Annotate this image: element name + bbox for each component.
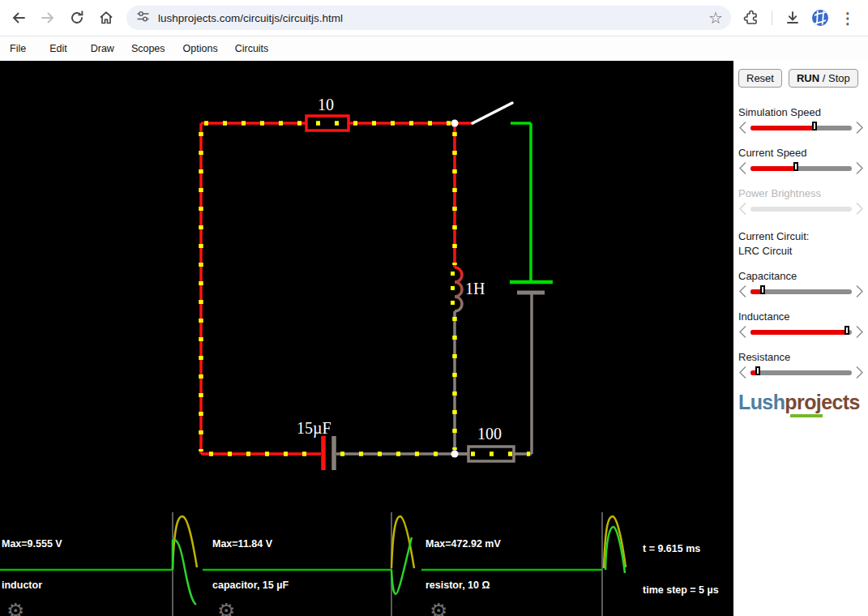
inductance-label: Inductance [738, 310, 864, 323]
back-icon[interactable] [6, 6, 31, 30]
slider-thumb[interactable] [793, 162, 798, 171]
slider-track[interactable] [750, 370, 852, 375]
scope1-settings-gear-icon[interactable]: ⚙ [6, 601, 24, 616]
menu-scopes[interactable]: Scopes [131, 38, 165, 59]
sim-time-step: time step = 5 µs [643, 584, 722, 597]
chevron-right-icon[interactable] [855, 366, 864, 379]
scope-inductor-max: Max=9.555 V [2, 537, 62, 551]
resistance-slider[interactable] [738, 366, 864, 379]
slider-thumb[interactable] [812, 122, 817, 130]
slider-thumb[interactable] [844, 326, 849, 335]
coil-current-dots [451, 272, 455, 305]
power-brightness-slider [738, 202, 864, 216]
power-brightness-label: Power Brightness [738, 187, 864, 199]
capacitance-slider[interactable] [738, 284, 864, 298]
slider-thumb[interactable] [760, 285, 765, 294]
wire-battery-negative[interactable] [514, 293, 532, 454]
menu-options[interactable]: Options [183, 38, 218, 59]
sim-time: t = 9.615 ms [643, 542, 722, 556]
slider-track[interactable] [750, 330, 852, 335]
forward-icon[interactable] [36, 6, 60, 30]
inductance-slider[interactable] [738, 325, 864, 339]
chevron-left-icon[interactable] [738, 325, 747, 339]
label-resistor-10: 10 [318, 96, 334, 114]
slider-track[interactable] [750, 289, 852, 294]
switch-open[interactable] [472, 103, 512, 123]
chevron-left-icon[interactable] [738, 284, 747, 298]
control-panel: Reset RUN / Stop Simulation Speed Curren… [733, 61, 868, 616]
logo-part-projects: projects [785, 391, 859, 413]
scope-resistor-max: Max=472.92 mV [425, 537, 501, 551]
junction-bottom[interactable] [451, 451, 459, 458]
chevron-left-icon[interactable] [738, 121, 747, 135]
chevron-right-icon [855, 202, 864, 216]
current-speed-label: Current Speed [738, 147, 864, 159]
capacitance-label: Capacitance [738, 270, 864, 282]
simulation-speed-label: Simulation Speed [738, 106, 864, 118]
slider-track[interactable] [750, 126, 852, 130]
home-icon[interactable] [94, 6, 118, 30]
scope-capacitor-name: capacitor, 15 µF [212, 579, 289, 592]
current-speed-slider[interactable] [738, 161, 864, 175]
kebab-menu-icon[interactable]: ⋮ [836, 6, 860, 30]
toolbar-separator [772, 11, 772, 25]
menu-circuits[interactable]: Circuits [235, 38, 269, 59]
extensions-puzzle-icon[interactable] [739, 6, 763, 30]
slider-track [750, 207, 852, 212]
extension-logo-icon[interactable] [808, 6, 832, 30]
browser-toolbar: lushprojects.com/circuitjs/circuitjs.htm… [0, 0, 868, 36]
chevron-left-icon[interactable] [738, 366, 747, 379]
reset-button[interactable]: Reset [738, 69, 782, 88]
menu-draw[interactable]: Draw [91, 38, 114, 59]
label-inductor-1h: 1H [465, 280, 485, 298]
scope-resistor-name: resistor, 10 Ω [425, 579, 501, 592]
junction-top[interactable] [451, 120, 459, 127]
scope3-settings-gear-icon[interactable]: ⚙ [430, 601, 447, 616]
menu-edit[interactable]: Edit [49, 38, 67, 59]
chevron-left-icon[interactable] [738, 161, 747, 175]
run-stop-button[interactable]: RUN / Stop [789, 69, 858, 88]
scope-capacitor-max: Max=11.84 V [212, 537, 289, 551]
resistor-10[interactable] [306, 116, 348, 130]
chevron-right-icon[interactable] [855, 284, 864, 298]
resistance-label: Resistance [738, 351, 864, 363]
chevron-left-icon [738, 202, 747, 216]
chevron-right-icon[interactable] [855, 161, 864, 175]
circuit-canvas[interactable]: 10 1H 15µF 100 Max=9.555 V inductor Max=… [0, 61, 733, 616]
current-circuit-name: LRC Circuit [738, 244, 864, 259]
logo-green-underline [790, 414, 823, 417]
url-text[interactable]: lushprojects.com/circuitjs/circuitjs.htm… [158, 12, 708, 24]
wire-battery-positive[interactable] [510, 123, 553, 282]
chevron-right-icon[interactable] [855, 121, 864, 135]
address-bar[interactable]: lushprojects.com/circuitjs/circuitjs.htm… [126, 6, 731, 30]
label-capacitor: 15µF [297, 419, 331, 438]
logo-part-lush: Lush [738, 391, 785, 413]
stop-label: / Stop [819, 72, 850, 84]
capacitor[interactable] [323, 436, 468, 470]
slider-track[interactable] [750, 166, 852, 171]
scope-inductor-name: inductor [2, 579, 62, 592]
sim-info-text: t = 9.615 ms time step = 5 µs res.f = 41… [643, 515, 722, 616]
simulation-speed-slider[interactable] [738, 121, 864, 135]
label-resistor-100: 100 [477, 425, 502, 443]
slider-thumb[interactable] [755, 366, 760, 375]
scope2-settings-gear-icon[interactable]: ⚙ [217, 601, 235, 616]
download-icon[interactable] [780, 6, 805, 30]
run-label: RUN [797, 72, 819, 84]
circuitjs-menubar: File Edit Draw Scopes Options Circuits [0, 36, 868, 61]
current-circuit-label: Current Circuit: [738, 229, 864, 244]
wire-left-loop[interactable] [201, 123, 474, 454]
lushprojects-logo[interactable]: Lushprojects [738, 391, 864, 414]
menu-file[interactable]: File [10, 38, 26, 59]
reload-icon[interactable] [65, 6, 89, 30]
site-settings-icon[interactable] [136, 10, 150, 27]
bookmark-star-icon[interactable]: ☆ [708, 10, 723, 26]
chevron-right-icon[interactable] [855, 325, 864, 339]
